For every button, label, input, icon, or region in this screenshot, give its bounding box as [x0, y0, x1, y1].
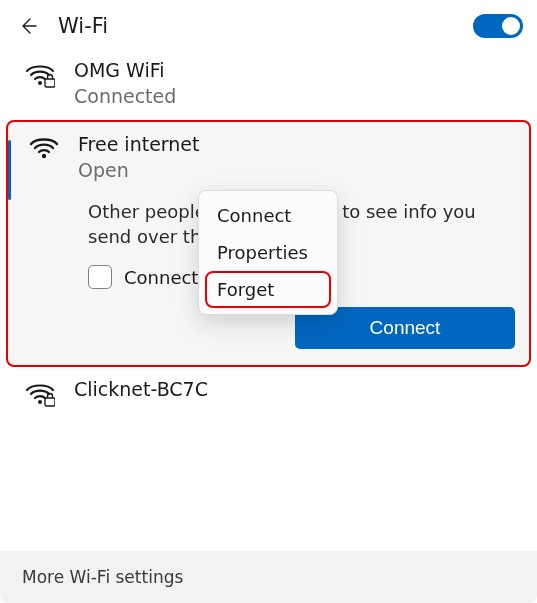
wifi-secured-icon	[24, 58, 56, 88]
network-header: Free internet Open	[8, 122, 529, 192]
network-status: Open	[78, 158, 199, 183]
network-text: Clicknet-BC7C	[74, 377, 208, 403]
svg-rect-4	[45, 398, 55, 406]
network-item-partial	[0, 417, 537, 431]
back-button[interactable]	[18, 10, 50, 42]
svg-point-0	[38, 81, 42, 85]
network-name: OMG WiFi	[74, 58, 176, 84]
wifi-toggle[interactable]	[473, 14, 523, 38]
network-status: Connected	[74, 84, 176, 109]
more-wifi-settings-label: More Wi-Fi settings	[22, 567, 183, 587]
page-title: Wi-Fi	[58, 14, 473, 38]
wifi-secured-icon	[24, 377, 56, 407]
network-name: Clicknet-BC7C	[74, 377, 208, 403]
network-text: Free internet Open	[78, 132, 199, 182]
network-item[interactable]: Clicknet-BC7C	[0, 369, 537, 417]
more-wifi-settings[interactable]: More Wi-Fi settings	[0, 551, 537, 603]
back-arrow-icon	[18, 16, 38, 36]
wifi-open-icon	[28, 132, 60, 160]
svg-rect-1	[45, 79, 55, 87]
context-forget[interactable]: Forget	[205, 271, 331, 308]
network-name: Free internet	[78, 132, 199, 158]
auto-connect-checkbox[interactable]	[88, 265, 112, 289]
wifi-icon	[24, 425, 56, 431]
svg-point-3	[38, 400, 42, 404]
header-bar: Wi-Fi	[0, 0, 537, 48]
network-item[interactable]: OMG WiFi Connected	[0, 50, 537, 118]
svg-point-2	[42, 154, 46, 158]
network-text: OMG WiFi Connected	[74, 58, 176, 108]
context-connect[interactable]: Connect	[205, 197, 331, 234]
context-menu: Connect Properties Forget	[198, 190, 338, 315]
context-properties[interactable]: Properties	[205, 234, 331, 271]
